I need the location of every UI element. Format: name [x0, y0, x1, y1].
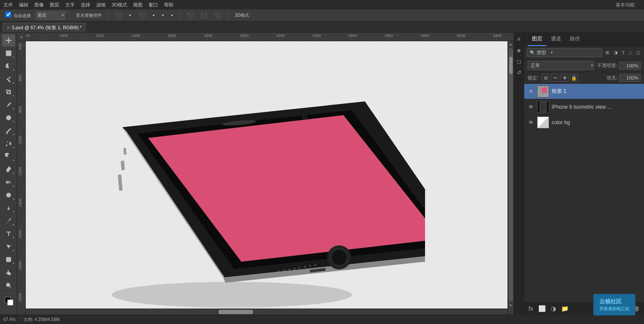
layer-eye-iphone[interactable]: 👁 — [528, 104, 535, 110]
canvas-area-wrapper: ▲ ▼ — [17, 33, 513, 315]
gradient-btn[interactable]: ▾ — [2, 176, 15, 188]
lock-transparency-icon[interactable]: ⊞ — [542, 74, 550, 82]
new-group-btn[interactable]: 📁 — [559, 304, 570, 313]
scroll-up-btn[interactable]: ▲ — [509, 41, 513, 47]
menu-layer[interactable]: 图层 — [50, 2, 59, 8]
tab-label: 3.psd @ 67.4% (矩形 1, RGB/8) * — [12, 24, 82, 31]
align-bottom[interactable]: ▪ — [168, 11, 176, 20]
move-tool-btn[interactable] — [2, 34, 15, 46]
blend-mode-dropdown[interactable]: 正常 — [528, 61, 595, 70]
ruler-v-canvas — [17, 41, 26, 309]
scroll-down-btn[interactable]: ▼ — [509, 303, 513, 309]
filter-type-dropdown[interactable]: 类型 — [537, 49, 554, 56]
fill-input[interactable] — [619, 74, 641, 82]
hand-btn[interactable] — [2, 266, 15, 278]
tab-paths[interactable]: 路径 — [565, 33, 584, 46]
distribute-v[interactable]: ⬛ — [197, 11, 210, 20]
menu-help[interactable]: 帮助 — [164, 2, 173, 8]
zoom-btn[interactable] — [2, 279, 15, 291]
lasso-tool-btn[interactable]: ▾ — [2, 60, 15, 72]
layer-eye-rect1[interactable]: 👁 — [528, 88, 535, 95]
svg-point-9 — [278, 270, 280, 272]
align-center-v[interactable]: ▪ — [159, 11, 167, 20]
background-color[interactable] — [7, 300, 13, 306]
layer-fx-btn[interactable]: fx — [527, 304, 535, 313]
layer-search-box[interactable]: 🔍 类型 — [527, 48, 602, 57]
pen-btn[interactable]: ▾ — [2, 215, 15, 227]
workspace-label[interactable]: 基本功能 — [616, 2, 635, 8]
magic-wand-btn[interactable]: ▾ — [2, 73, 15, 85]
align-left[interactable]: ⬛ — [112, 11, 125, 20]
dodge-btn[interactable]: ▾ — [2, 202, 15, 214]
toolbar-sep-1 — [69, 12, 70, 19]
lock-position-icon[interactable]: ✥ — [561, 74, 568, 82]
type-filter-icon[interactable]: T — [621, 49, 626, 56]
scrollbar-h-thumb[interactable] — [219, 310, 253, 314]
ruler-corner-icon — [19, 35, 24, 39]
layer-eye-colorbg[interactable]: 👁 — [528, 119, 535, 126]
menu-window[interactable]: 窗口 — [149, 2, 158, 8]
scrollbar-h-wrapper — [17, 309, 513, 315]
transform-controls[interactable]: 亚水变换控件 — [73, 11, 105, 20]
lock-image-icon[interactable]: ✏ — [551, 74, 559, 82]
menu-edit[interactable]: 编辑 — [19, 2, 28, 8]
layer-name-colorbg: color bg — [552, 119, 641, 125]
healing-btn[interactable]: ▾ — [2, 112, 15, 124]
pixel-filter-icon[interactable]: ⊞ — [604, 49, 611, 56]
smart-filter-icon[interactable]: ◻ — [635, 49, 641, 56]
history-icon-vert[interactable]: ↺ — [516, 68, 522, 77]
layer-item-colorbg[interactable]: 👁 color bg — [524, 115, 644, 130]
tab-layers[interactable]: 图层 — [528, 33, 547, 46]
type-btn[interactable]: ▾ — [2, 228, 15, 240]
tab-close-icon[interactable]: ✕ — [6, 25, 10, 30]
tab-channels[interactable]: 通道 — [547, 33, 565, 46]
3d-mode[interactable]: 3D模式 — [232, 11, 252, 20]
clone-stamp-btn[interactable]: ▾ — [2, 138, 15, 150]
menu-select[interactable]: 选择 — [81, 2, 90, 8]
shape-btn[interactable]: ▾ — [2, 254, 15, 266]
menu-file[interactable]: 文件 — [3, 2, 13, 8]
scrollbar-thumb[interactable] — [509, 57, 513, 74]
scrollbar-horizontal[interactable] — [26, 309, 507, 315]
scrollbar-track[interactable] — [509, 48, 513, 302]
new-adjustment-btn[interactable]: ◑ — [549, 304, 558, 313]
align-center-h[interactable]: ▪ — [126, 11, 134, 20]
blend-row: 正常 不透明度: — [524, 59, 644, 72]
lock-all-icon[interactable]: 🔒 — [570, 74, 578, 82]
layer-dropdown[interactable]: 图层 — [36, 11, 66, 20]
adjustments-icon-vert[interactable]: ◈ — [516, 46, 522, 55]
layers-icon-vert[interactable]: ≡ — [516, 34, 521, 44]
menu-filter[interactable]: 滤镜 — [96, 2, 106, 8]
svg-line-7 — [9, 286, 11, 288]
layer-item-iphone[interactable]: 👁 iPhone 6 isometric view ... — [524, 99, 644, 115]
distribute-h[interactable]: ⬛ — [183, 11, 196, 20]
path-select-btn[interactable]: ▾ — [2, 241, 15, 253]
blur-btn[interactable]: ▾ — [2, 189, 15, 201]
crop-tool-btn[interactable]: ▾ — [2, 86, 15, 98]
distribute-space[interactable]: ⬛ — [212, 11, 225, 20]
adjustment-filter-icon[interactable]: ◑ — [612, 49, 619, 56]
layer-item-rect1[interactable]: 👁 矩形 1 — [524, 84, 644, 99]
eyedropper-btn[interactable]: ▾ — [2, 99, 15, 111]
align-top[interactable]: ▪ — [149, 11, 158, 20]
eraser-btn[interactable]: ▾ — [2, 163, 15, 175]
document-tab[interactable]: ✕ 3.psd @ 67.4% (矩形 1, RGB/8) * — [3, 23, 85, 32]
menu-3d[interactable]: 3D模式 — [112, 2, 127, 8]
align-right[interactable]: ⬛ — [135, 11, 148, 20]
opacity-input[interactable] — [619, 62, 641, 70]
add-mask-btn[interactable]: ⬜ — [537, 304, 547, 313]
menu-type[interactable]: 文字 — [65, 2, 75, 8]
styles-icon-vert[interactable]: ◻ — [516, 57, 522, 66]
search-icon: 🔍 — [530, 50, 535, 55]
scrollbar-vertical[interactable]: ▲ ▼ — [507, 41, 513, 309]
top-menu-bar: 文件 编辑 图像 图层 文字 选择 滤镜 3D模式 视图 窗口 帮助 基本功能 — [0, 0, 644, 9]
menu-view[interactable]: 视图 — [133, 2, 143, 8]
shape-filter-icon[interactable]: □ — [628, 49, 633, 56]
brush-btn[interactable]: ▾ — [2, 125, 15, 137]
fill-label: 填充: — [607, 75, 617, 81]
marquee-tool-btn[interactable]: ▾ — [2, 47, 15, 59]
history-brush-btn[interactable]: ▾ — [2, 150, 15, 162]
color-swatch-area[interactable] — [2, 295, 15, 307]
auto-select-checkbox[interactable]: 自动选择 — [3, 10, 34, 20]
menu-image[interactable]: 图像 — [34, 2, 44, 8]
